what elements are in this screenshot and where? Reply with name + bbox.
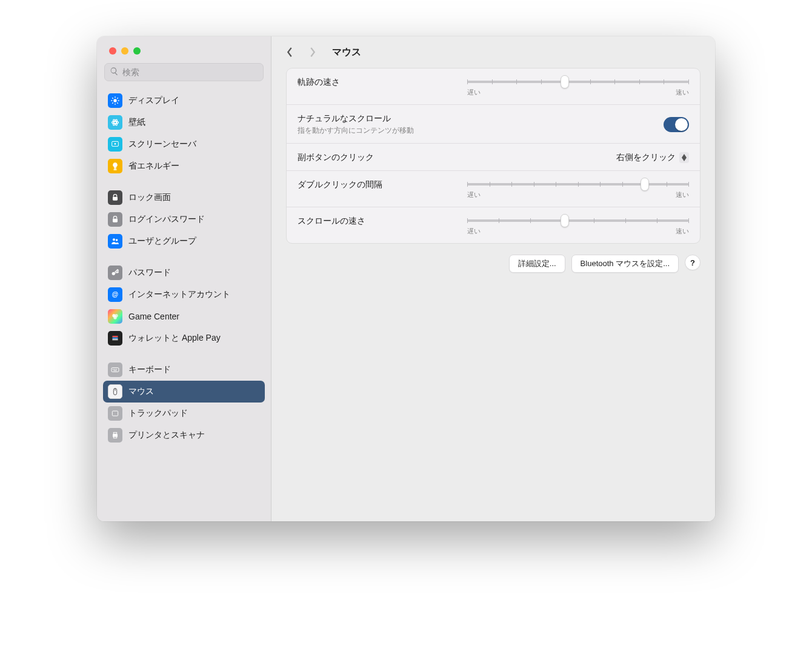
svg-line-7 — [112, 102, 113, 103]
sidebar-item-display[interactable]: ディスプレイ — [103, 90, 265, 112]
sidebar-item-passwords[interactable]: パスワード — [103, 262, 265, 284]
sidebar-item-mouse[interactable]: マウス — [103, 381, 265, 403]
bluetooth-mouse-button[interactable]: Bluetooth マウスを設定... — [571, 255, 679, 273]
double-click-slider[interactable]: 遅い 速い — [467, 179, 689, 199]
row-tracking-speed: 軌跡の速さ 遅い 速い — [287, 69, 700, 105]
sidebar-item-label: ディスプレイ — [128, 95, 179, 106]
sidebar-item-label: 省エネルギー — [128, 161, 179, 172]
lockscreen-icon — [108, 190, 122, 205]
sidebar-item-label: パスワード — [128, 267, 171, 278]
sidebar-item-label: ロック画面 — [128, 192, 171, 203]
sidebar-item-wallet[interactable]: ウォレットと Apple Pay — [103, 327, 265, 349]
maximize-button[interactable] — [133, 47, 141, 55]
back-button[interactable] — [284, 46, 296, 58]
svg-rect-25 — [112, 338, 118, 339]
svg-line-8 — [117, 98, 118, 98]
secondary-click-value: 右側をクリック — [616, 152, 676, 163]
natural-scroll-sublabel: 指を動かす方向にコンテンツが移動 — [298, 125, 651, 136]
sidebar-item-internetacc[interactable]: @インターネットアカウント — [103, 284, 265, 306]
scroll-speed-slider[interactable]: 遅い 速い — [467, 216, 689, 236]
row-secondary-click: 副ボタンのクリック 右側をクリック — [287, 144, 700, 171]
keyboard-icon — [108, 363, 122, 377]
sidebar-item-label: スクリーンセーバ — [128, 139, 196, 150]
mouse-icon — [108, 384, 122, 399]
wallpaper-icon — [108, 115, 122, 130]
sidebar-item-label: インターネットアカウント — [128, 289, 230, 300]
row-scroll-speed: スクロールの速さ 遅い 速い — [287, 207, 700, 243]
svg-rect-26 — [112, 339, 118, 340]
svg-point-0 — [113, 99, 116, 102]
svg-point-10 — [112, 121, 119, 124]
slider-fast-label: 速い — [676, 88, 689, 97]
toolbar: マウス — [271, 36, 715, 68]
scroll-speed-label: スクロールの速さ — [298, 216, 455, 227]
svg-point-23 — [113, 316, 116, 319]
svg-rect-31 — [113, 370, 116, 371]
sidebar-item-label: プリンタとスキャナ — [128, 430, 205, 441]
sidebar-item-energy[interactable]: 省エネルギー — [103, 155, 265, 177]
row-double-click: ダブルクリックの間隔 遅い 速い — [287, 171, 700, 207]
close-button[interactable] — [109, 47, 116, 55]
sidebar-item-label: ログインパスワード — [128, 214, 205, 225]
svg-text:@: @ — [112, 290, 118, 298]
sidebar-nav: ディスプレイ壁紙スクリーンセーバ省エネルギーロック画面ログインパスワードユーザと… — [97, 85, 271, 521]
sidebar-item-trackpad[interactable]: トラックパッド — [103, 403, 265, 424]
footer-buttons: 詳細設定... Bluetooth マウスを設定... ? — [286, 255, 701, 273]
svg-line-5 — [112, 98, 113, 98]
printers-icon — [108, 428, 122, 443]
internetacc-icon: @ — [108, 287, 122, 302]
settings-group: 軌跡の速さ 遅い 速い — [286, 68, 701, 244]
sidebar: ディスプレイ壁紙スクリーンセーバ省エネルギーロック画面ログインパスワードユーザと… — [97, 36, 271, 521]
svg-marker-39 — [682, 158, 687, 161]
svg-rect-30 — [116, 369, 116, 370]
sidebar-item-users[interactable]: ユーザとグループ — [103, 230, 265, 252]
sidebar-item-gamecenter[interactable]: Game Center — [103, 306, 265, 327]
loginpw-icon — [108, 212, 122, 227]
slider-slow-label: 遅い — [467, 190, 481, 199]
double-click-label: ダブルクリックの間隔 — [298, 179, 455, 190]
svg-rect-37 — [113, 436, 116, 438]
energy-icon — [108, 159, 122, 173]
help-button[interactable]: ? — [685, 255, 701, 270]
passwords-icon — [108, 266, 122, 280]
sidebar-item-lockscreen[interactable]: ロック画面 — [103, 187, 265, 209]
natural-scroll-label: ナチュラルなスクロール — [298, 113, 651, 124]
sidebar-item-label: トラックパッド — [128, 408, 188, 419]
search-field[interactable] — [104, 63, 264, 81]
svg-rect-29 — [115, 369, 115, 370]
advanced-settings-button[interactable]: 詳細設定... — [509, 255, 565, 273]
sidebar-item-keyboard[interactable]: キーボード — [103, 359, 265, 381]
gamecenter-icon — [108, 309, 122, 324]
display-icon — [108, 93, 122, 108]
settings-window: ディスプレイ壁紙スクリーンセーバ省エネルギーロック画面ログインパスワードユーザと… — [97, 36, 715, 521]
sidebar-item-wallpaper[interactable]: 壁紙 — [103, 112, 265, 133]
sidebar-item-printers[interactable]: プリンタとスキャナ — [103, 424, 265, 446]
slider-fast-label: 速い — [676, 227, 689, 236]
search-icon — [110, 67, 119, 78]
tracking-speed-slider[interactable]: 遅い 速い — [467, 77, 689, 97]
sidebar-item-label: マウス — [128, 386, 154, 397]
page-title: マウス — [332, 46, 361, 59]
svg-rect-34 — [112, 411, 118, 416]
svg-rect-15 — [113, 197, 118, 201]
svg-rect-28 — [113, 369, 113, 370]
secondary-click-label: 副ボタンのクリック — [298, 152, 604, 163]
sidebar-item-label: キーボード — [128, 364, 171, 375]
sidebar-item-screensaver[interactable]: スクリーンセーバ — [103, 133, 265, 155]
sidebar-item-label: ウォレットと Apple Pay — [128, 333, 221, 344]
trackpad-icon — [108, 406, 122, 421]
svg-point-17 — [113, 238, 115, 241]
secondary-click-select[interactable]: 右側をクリック — [616, 152, 689, 163]
sidebar-item-loginpw[interactable]: ログインパスワード — [103, 209, 265, 230]
minimize-button[interactable] — [121, 47, 128, 55]
search-input[interactable] — [122, 67, 258, 77]
sidebar-item-label: ユーザとグループ — [128, 236, 196, 247]
forward-button[interactable] — [307, 46, 319, 58]
natural-scroll-toggle[interactable] — [664, 117, 689, 132]
svg-rect-36 — [113, 432, 116, 434]
screensaver-icon — [108, 137, 122, 152]
svg-line-6 — [117, 102, 118, 103]
svg-rect-24 — [112, 336, 118, 337]
svg-point-18 — [116, 239, 118, 241]
slider-slow-label: 遅い — [467, 88, 481, 97]
